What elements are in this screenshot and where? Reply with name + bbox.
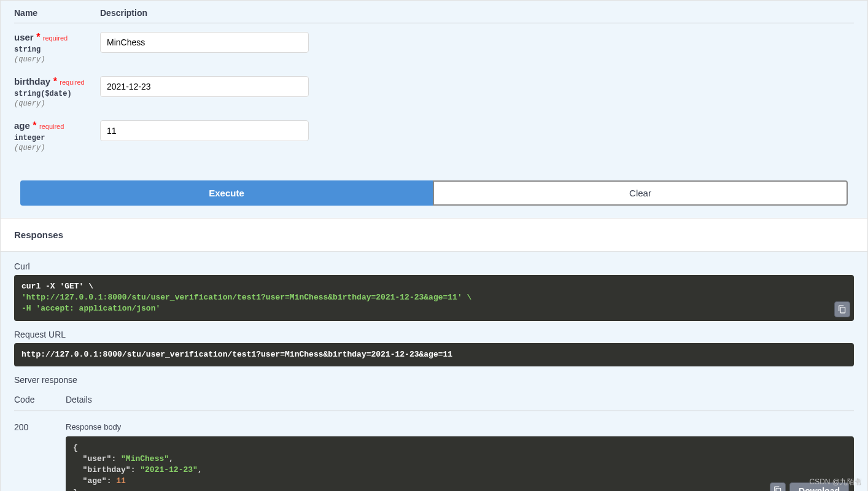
response-table-header: Code Details: [14, 389, 854, 411]
required-star: *: [53, 76, 60, 87]
response-body-label: Response body: [66, 422, 854, 431]
copy-curl-button[interactable]: [834, 301, 850, 317]
request-url-block: http://127.0.0.1:8000/stu/user_verificat…: [14, 343, 854, 366]
details-header: Details: [66, 395, 92, 404]
responses-section: Curl curl -X 'GET' \ 'http://127.0.0.1:8…: [0, 252, 868, 491]
param-name: age: [14, 120, 30, 131]
action-buttons: Execute Clear: [14, 180, 854, 206]
param-in: (query): [14, 144, 100, 152]
param-name: user: [14, 32, 34, 42]
required-label: required: [43, 34, 68, 42]
param-type: integer: [14, 134, 100, 142]
birthday-input[interactable]: [100, 76, 309, 97]
copy-response-button[interactable]: [770, 482, 786, 491]
param-table-header: Name Description: [14, 8, 854, 23]
required-label: required: [39, 123, 64, 130]
age-input[interactable]: [100, 120, 309, 141]
param-row-age: age * required integer (query): [14, 112, 854, 156]
param-row-user: user * required string (query): [14, 23, 854, 68]
clipboard-icon: [773, 486, 782, 491]
param-in: (query): [14, 99, 100, 108]
param-name: birthday: [14, 76, 50, 87]
responses-title: Responses: [0, 218, 868, 252]
required-label: required: [60, 79, 84, 86]
param-type: string($date): [14, 90, 100, 98]
server-response-label: Server response: [14, 375, 854, 385]
required-star: *: [36, 32, 43, 42]
curl-label: Curl: [14, 261, 854, 271]
parameters-section: Name Description user * required string …: [0, 0, 868, 218]
param-in: (query): [14, 55, 100, 64]
header-description: Description: [100, 8, 147, 18]
param-row-birthday: birthday * required string($date) (query…: [14, 68, 854, 112]
header-name: Name: [14, 8, 100, 18]
required-star: *: [33, 120, 39, 131]
curl-block: curl -X 'GET' \ 'http://127.0.0.1:8000/s…: [14, 275, 854, 321]
clipboard-icon: [838, 305, 847, 314]
code-header: Code: [14, 395, 66, 404]
response-body-block: { "user": "MinChess", "birthday": "2021-…: [66, 436, 854, 491]
param-type: string: [14, 45, 100, 54]
request-url-label: Request URL: [14, 330, 854, 339]
user-input[interactable]: [100, 32, 309, 53]
response-row: 200 Response body { "user": "MinChess", …: [14, 411, 854, 491]
download-button[interactable]: Download: [789, 482, 849, 491]
clear-button[interactable]: Clear: [433, 180, 848, 206]
status-code: 200: [14, 422, 66, 491]
execute-button[interactable]: Execute: [20, 180, 433, 206]
